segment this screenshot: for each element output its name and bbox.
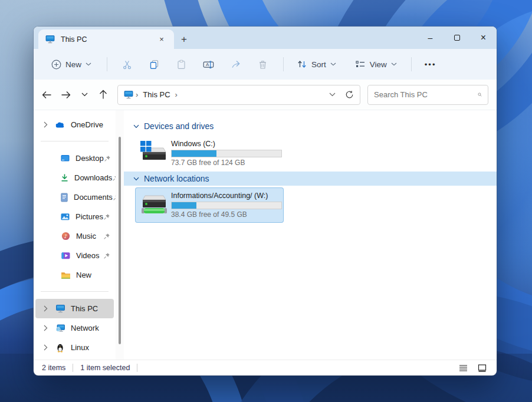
- toolbar-divider: [107, 57, 107, 71]
- details-view-button[interactable]: [457, 362, 469, 374]
- window-caption-buttons: – ×: [417, 27, 497, 49]
- share-button[interactable]: [222, 54, 249, 75]
- copy-button[interactable]: [140, 54, 168, 75]
- svg-text:A: A: [206, 62, 209, 67]
- sidebar-item-pictures[interactable]: Pictures: [35, 207, 114, 226]
- forward-arrow-icon: [61, 91, 71, 99]
- search-box[interactable]: [367, 85, 488, 105]
- breadcrumb-separator: ›: [175, 90, 178, 99]
- minimize-button[interactable]: –: [417, 27, 444, 49]
- details-view-icon: [459, 364, 468, 372]
- paste-clipboard-icon: [176, 60, 186, 70]
- sidebar-item-label: OneDrive: [71, 120, 110, 129]
- sidebar-item-label: Videos: [76, 251, 103, 260]
- drive-free-space: 38.4 GB free of 49.5 GB: [171, 210, 279, 219]
- window-body: OneDrive Desktop: [34, 110, 497, 360]
- delete-button[interactable]: [249, 54, 276, 75]
- sidebar-item-downloads[interactable]: Downloads: [35, 168, 114, 187]
- new-button-label: New: [65, 60, 81, 69]
- sidebar-item-videos[interactable]: Videos: [35, 246, 114, 265]
- new-tab-button[interactable]: +: [174, 29, 194, 49]
- sidebar-item-documents[interactable]: Documents: [35, 187, 114, 207]
- expand-chevron-icon[interactable]: [41, 305, 50, 312]
- pin-icon: [103, 233, 110, 240]
- magnifier-icon[interactable]: [478, 90, 482, 99]
- capacity-bar: [171, 202, 282, 209]
- cut-button[interactable]: [113, 54, 140, 75]
- plus-circle-icon: [51, 60, 61, 70]
- sidebar-item-network[interactable]: Network: [35, 318, 114, 338]
- drive-name: Informations/Accounting/ (W:): [171, 191, 279, 200]
- tab-close-icon[interactable]: ×: [155, 33, 168, 46]
- chevron-down-icon: [330, 62, 336, 66]
- address-bar[interactable]: › This PC ›: [117, 85, 360, 105]
- breadcrumb-separator: ›: [136, 90, 138, 99]
- capacity-bar: [171, 150, 282, 157]
- sort-button[interactable]: Sort: [291, 56, 342, 73]
- sidebar-item-desktop[interactable]: Desktop: [35, 149, 114, 168]
- drive-item-informations-accounting-w[interactable]: Informations/Accounting/ (W:) 38.4 GB fr…: [136, 188, 283, 222]
- sidebar-item-label: Network: [71, 324, 110, 332]
- chevron-down-icon: [81, 93, 88, 97]
- drive-item-windows-c[interactable]: Windows (C:) 73.7 GB free of 124 GB: [136, 136, 283, 170]
- refresh-icon[interactable]: [345, 90, 354, 99]
- svg-text:♪: ♪: [64, 233, 67, 239]
- items-count: 2 items: [42, 364, 65, 372]
- group-title: Devices and drives: [144, 121, 214, 131]
- address-dropdown-chevron-icon[interactable]: [329, 93, 336, 97]
- view-button[interactable]: View: [349, 56, 403, 73]
- sort-button-label: Sort: [311, 60, 326, 69]
- rename-icon: A: [203, 60, 214, 70]
- document-icon: [60, 193, 68, 202]
- sidebar-item-onedrive[interactable]: OneDrive: [35, 115, 114, 134]
- sidebar-scrollbar[interactable]: [116, 110, 124, 360]
- breadcrumb-this-pc[interactable]: This PC: [143, 90, 170, 99]
- status-divider: [137, 364, 137, 372]
- pin-icon: [103, 252, 110, 259]
- up-button[interactable]: [94, 85, 113, 104]
- paste-button[interactable]: [168, 54, 195, 75]
- close-button[interactable]: ×: [470, 27, 497, 49]
- view-button-label: View: [370, 60, 387, 69]
- sidebar-item-label: New: [76, 271, 110, 279]
- tab-title: This PC: [61, 35, 155, 44]
- drive-free-space: 73.7 GB free of 124 GB: [171, 159, 279, 167]
- search-input[interactable]: [374, 90, 478, 99]
- capacity-bar-fill: [172, 150, 216, 157]
- back-button[interactable]: [37, 85, 56, 104]
- group-header-network-locations[interactable]: Network locations: [124, 172, 497, 186]
- see-more-button[interactable]: •••: [418, 60, 444, 69]
- sidebar-item-music[interactable]: ♪ Music: [35, 226, 114, 246]
- selected-count: 1 item selected: [80, 364, 130, 372]
- new-button[interactable]: New: [45, 56, 97, 73]
- toolbar-divider: [411, 57, 412, 71]
- up-arrow-icon: [99, 90, 107, 100]
- sidebar-item-new-folder[interactable]: New: [35, 265, 114, 285]
- delete-trash-icon: [258, 60, 268, 70]
- share-icon: [231, 60, 241, 70]
- expand-chevron-icon[interactable]: [41, 121, 50, 128]
- sidebar-item-this-pc[interactable]: This PC: [35, 299, 114, 318]
- forward-button[interactable]: [56, 85, 75, 104]
- collapse-chevron-icon[interactable]: [133, 177, 139, 181]
- expand-chevron-icon[interactable]: [41, 325, 50, 331]
- collapse-chevron-icon[interactable]: [133, 124, 139, 128]
- recent-locations-button[interactable]: [75, 85, 94, 104]
- group-header-devices-and-drives[interactable]: Devices and drives: [124, 118, 497, 134]
- expand-chevron-icon[interactable]: [41, 344, 50, 351]
- sidebar-divider: [41, 291, 109, 292]
- sidebar-item-label: Pictures: [75, 212, 103, 221]
- rename-button[interactable]: A: [195, 54, 222, 75]
- maximize-icon: [454, 35, 460, 41]
- picture-icon: [60, 212, 70, 221]
- file-list: Devices and drives: [124, 110, 497, 360]
- scrollbar-thumb[interactable]: [119, 137, 121, 344]
- maximize-button[interactable]: [444, 27, 470, 49]
- tab-this-pc[interactable]: This PC ×: [38, 29, 174, 49]
- chevron-down-icon: [86, 62, 91, 66]
- thumbnail-view-button[interactable]: [475, 362, 488, 374]
- tab-strip: This PC × + – ×: [34, 27, 497, 49]
- status-divider: [73, 364, 73, 372]
- view-list-icon: [355, 60, 366, 69]
- sidebar-item-linux[interactable]: Linux: [35, 338, 114, 357]
